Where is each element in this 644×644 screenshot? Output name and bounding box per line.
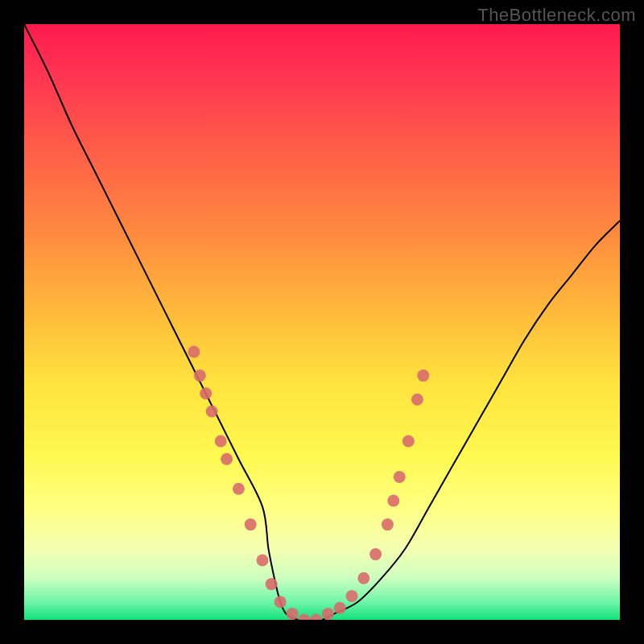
data-point xyxy=(334,602,346,614)
data-point xyxy=(188,346,200,358)
data-point xyxy=(357,572,369,584)
data-point xyxy=(382,518,394,530)
data-point xyxy=(411,394,423,406)
data-point xyxy=(322,608,334,620)
data-point xyxy=(369,548,382,560)
bottleneck-curve xyxy=(24,24,620,620)
data-point xyxy=(245,518,257,530)
curve-layer xyxy=(24,24,620,620)
plot-area xyxy=(24,24,620,620)
data-point xyxy=(275,596,287,608)
chart-svg xyxy=(24,24,620,620)
data-point xyxy=(346,590,358,602)
data-point xyxy=(200,387,212,399)
data-point xyxy=(310,614,322,621)
data-point xyxy=(402,436,415,448)
data-point xyxy=(417,369,429,382)
data-point xyxy=(287,608,299,620)
data-point xyxy=(394,471,406,483)
data-point xyxy=(215,436,227,448)
data-point xyxy=(206,406,218,418)
data-point xyxy=(221,453,233,465)
data-point xyxy=(266,578,278,590)
chart-frame: TheBottleneck.com xyxy=(0,0,644,644)
data-point xyxy=(298,614,310,621)
data-point xyxy=(257,555,269,567)
marker-layer xyxy=(188,346,429,621)
watermark-label: TheBottleneck.com xyxy=(477,5,636,26)
data-point xyxy=(233,483,245,495)
data-point xyxy=(387,495,399,507)
data-point xyxy=(194,369,206,382)
